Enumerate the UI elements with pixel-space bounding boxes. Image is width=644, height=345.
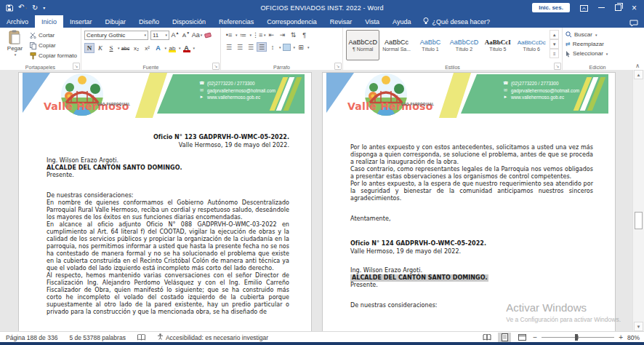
styles-scroll-up-icon[interactable]: ▲ <box>550 30 559 39</box>
paragraph-dialog-launcher-icon[interactable]: ↘ <box>334 63 342 70</box>
tab-vista[interactable]: Vista <box>358 15 386 28</box>
justify-icon[interactable]: ☰ <box>257 42 267 52</box>
select-button[interactable]: Seleccionar▾ <box>565 49 629 58</box>
oficio-number: Oficio N° 123 GADPRVH-O-WMC-05-2022. <box>47 134 289 142</box>
paragraph: En alcance al oficio adjunto Oficio N° 0… <box>47 221 289 272</box>
format-painter-button[interactable]: Copiar formato <box>30 51 78 60</box>
scrollbar-thumb[interactable] <box>635 212 643 229</box>
tell-me-box[interactable]: ¿Qué desea hacer? <box>417 15 496 28</box>
zoom-out-icon[interactable]: − <box>533 334 537 341</box>
tab-ayuda[interactable]: Ayuda <box>386 15 417 28</box>
tab-correspondencia[interactable]: Correspondencia <box>260 15 323 28</box>
grow-font-button[interactable]: A▲ <box>170 30 180 40</box>
status-word-count[interactable]: 5 de 53788 palabras <box>63 334 132 341</box>
style-normal[interactable]: AaBbCcD ¶ Normal <box>346 30 379 60</box>
decrease-indent-icon[interactable]: ⇤ <box>267 30 277 39</box>
bold-button[interactable]: N <box>84 43 94 53</box>
shrink-font-button[interactable]: A▼ <box>181 30 191 40</box>
vertical-scrollbar[interactable]: ▲ ▼ <box>632 70 644 331</box>
styles-gallery-expand-icon[interactable]: ≡ <box>550 49 559 58</box>
style-titulo-1[interactable]: AaBbC Título 1 <box>414 30 447 60</box>
font-color-bar <box>183 50 190 52</box>
italic-button[interactable]: K <box>95 43 105 53</box>
font-family-combobox[interactable]: Century Gothic▾ <box>84 31 148 40</box>
restore-icon[interactable] <box>615 4 621 11</box>
find-button[interactable]: Buscar▾ <box>565 30 629 39</box>
tab-referencias[interactable]: Referencias <box>212 15 260 28</box>
borders-icon[interactable]: ⊞ <box>296 42 306 52</box>
numbering-icon[interactable]: ≔ <box>238 30 249 39</box>
group-clipboard: Pegar ▾ Cortar Copiar Copiar formato Por… <box>0 28 81 70</box>
style-titulo-5[interactable]: AaBbCcI Título 5 <box>481 30 515 60</box>
title-bar: ↶▾ ↻ ▾ OFICIOS ENVIADOS INST. 2022 - Wor… <box>0 0 644 15</box>
document-page-right[interactable]: ☎(02)2773220 / 2773300 ✉gadprvallehermos… <box>322 72 616 331</box>
highlight-button[interactable]: ab <box>167 43 177 53</box>
ribbon-display-options-icon[interactable] <box>580 1 588 15</box>
bullets-icon[interactable]: •≡ <box>224 30 234 39</box>
shading-icon[interactable] <box>282 42 292 52</box>
font-size-combobox[interactable]: 11▾ <box>150 31 169 40</box>
proofing-status-icon[interactable] <box>132 334 151 341</box>
group-editing: Buscar▾ ⇄ Reemplazar Seleccionar▾ Edició… <box>563 28 632 70</box>
tab-diseno[interactable]: Diseño <box>132 15 166 28</box>
tab-insertar[interactable]: Insertar <box>63 15 99 28</box>
sign-in-button[interactable]: Inic. ses. <box>532 3 570 12</box>
zoom-in-icon[interactable]: + <box>619 334 623 341</box>
brand-subtext: GAD PARROQUIAL <box>97 103 130 106</box>
collapse-ribbon-icon[interactable]: ∧ <box>635 63 640 69</box>
sort-icon[interactable]: ⇅ <box>289 30 299 39</box>
accessibility-icon <box>157 333 164 341</box>
read-mode-icon[interactable] <box>480 333 494 342</box>
text-effects-button[interactable]: A <box>153 43 164 53</box>
line-spacing-icon[interactable]: ↕ <box>267 42 278 52</box>
underline-button[interactable]: S <box>106 43 116 53</box>
print-layout-icon[interactable] <box>498 333 511 342</box>
show-marks-icon[interactable]: ¶ <box>299 30 310 39</box>
tab-disposicion[interactable]: Disposición <box>166 15 212 28</box>
scroll-up-icon[interactable]: ▲ <box>634 70 643 79</box>
accessibility-status[interactable]: Accesibilidad: es necesario investigar <box>151 333 274 341</box>
style-normal-sa[interactable]: AaBbCc Normal Sa... <box>379 30 413 60</box>
font-dialog-launcher-icon[interactable]: ↘ <box>212 63 220 70</box>
styles-dialog-launcher-icon[interactable]: ↘ <box>554 63 561 70</box>
zoom-notch <box>578 336 579 339</box>
font-color-button[interactable]: A <box>182 43 192 53</box>
paste-icon <box>9 30 21 44</box>
style-titulo-2[interactable]: AaBbCcD Título 2 <box>447 30 480 60</box>
cut-button[interactable]: Cortar <box>30 31 78 40</box>
email-icon: ✉ <box>503 87 508 95</box>
clipboard-dialog-launcher-icon[interactable]: ↘ <box>73 63 80 70</box>
style-titulo-6[interactable]: AaBbCcDc Título 6 <box>515 30 548 60</box>
clear-formatting-button[interactable] <box>203 30 213 40</box>
superscript-button[interactable]: x² <box>142 43 153 53</box>
strikethrough-button[interactable]: abc <box>121 43 131 53</box>
document-page-left[interactable]: ☎(02)2773220 / 2773300 ✉gadprvallehermos… <box>18 72 312 331</box>
copy-button[interactable]: Copiar <box>30 41 78 50</box>
scroll-down-icon[interactable]: ▼ <box>634 322 643 331</box>
header-contact-block: ☎(02)2773220 / 2773300 ✉gadprvallehermos… <box>503 80 579 101</box>
zoom-slider-thumb[interactable] <box>575 334 578 341</box>
tab-revisar[interactable]: Revisar <box>323 15 359 28</box>
styles-scroll-down-icon[interactable]: ▼ <box>550 39 559 49</box>
letter-content-left[interactable]: Oficio N° 123 GADPRVH-O-WMC-05-2022. Val… <box>19 134 311 316</box>
close-icon[interactable]: × <box>632 4 637 12</box>
minimize-icon[interactable] <box>598 7 605 8</box>
tab-dibujar[interactable]: Dibujar <box>99 15 133 28</box>
increase-indent-icon[interactable]: ⇥ <box>278 30 288 39</box>
tab-inicio[interactable]: Inicio <box>35 15 63 28</box>
align-left-icon[interactable]: ☰ <box>224 42 234 52</box>
subscript-button[interactable]: x₂ <box>132 43 142 53</box>
web-layout-icon[interactable] <box>515 333 528 342</box>
document-canvas[interactable]: ☎(02)2773220 / 2773300 ✉gadprvallehermos… <box>0 70 644 331</box>
tab-archivo[interactable]: Archivo <box>0 15 35 28</box>
zoom-level[interactable]: 80% <box>627 334 640 341</box>
replace-button[interactable]: ⇄ Reemplazar <box>565 39 629 49</box>
align-right-icon[interactable]: ☰ <box>246 42 256 52</box>
letter-content-right[interactable]: Por lo antes expuesto y con estos antece… <box>323 144 615 309</box>
zoom-slider[interactable] <box>542 337 614 338</box>
multilevel-list-icon[interactable]: ⋮≡ <box>252 30 262 39</box>
change-case-button[interactable]: Aa▾ <box>192 30 202 40</box>
status-page-indicator[interactable]: Página 188 de 336 <box>0 334 63 341</box>
paste-button[interactable]: Pegar ▾ <box>3 30 27 62</box>
align-center-icon[interactable]: ☰ <box>235 42 245 52</box>
